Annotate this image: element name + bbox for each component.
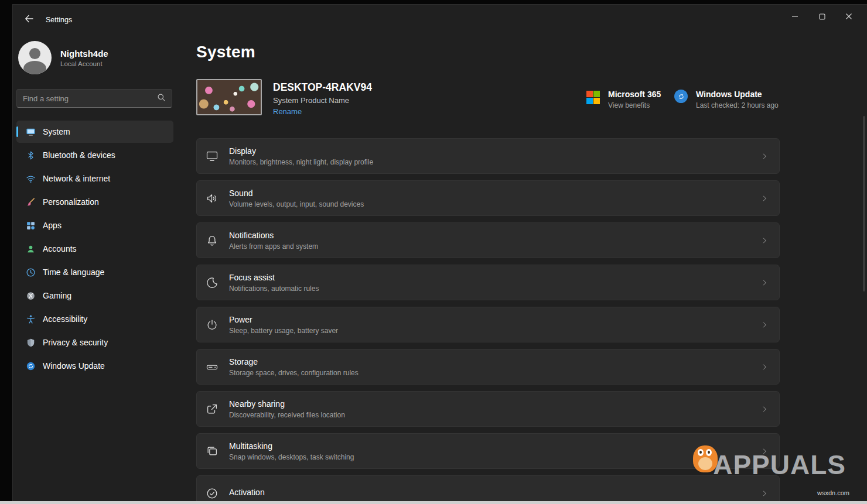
titlebar: Settings — [13, 5, 867, 35]
multitasking-windows-icon — [205, 444, 219, 458]
account-type: Local Account — [60, 60, 108, 67]
site-watermark: wsxdn.com — [817, 489, 849, 496]
search-icon — [157, 93, 166, 104]
xbox-icon — [25, 290, 36, 301]
minimize-button[interactable] — [781, 7, 808, 27]
settings-row-notifications[interactable]: NotificationsAlerts from apps and system — [196, 222, 780, 258]
bottom-edge-strip — [0, 501, 867, 504]
close-icon — [845, 12, 852, 22]
bluetooth-icon — [25, 150, 36, 160]
rename-link[interactable]: Rename — [273, 107, 302, 116]
windows-update-card[interactable]: Windows Update Last checked: 2 hours ago — [674, 90, 779, 109]
close-button[interactable] — [835, 7, 862, 27]
sidebar: Nightsh4de Local Account System — [13, 35, 177, 501]
search-input[interactable] — [23, 94, 157, 103]
settings-row-storage[interactable]: StorageStorage space, drives, configurat… — [196, 349, 780, 385]
sidebar-item-label: Gaming — [43, 291, 71, 300]
settings-row-nearby-sharing[interactable]: Nearby sharingDiscoverability, received … — [196, 391, 780, 427]
avatar — [18, 41, 52, 74]
window-title: Settings — [46, 16, 72, 24]
sidebar-item-privacy-security[interactable]: Privacy & security — [16, 331, 173, 354]
settings-row-display[interactable]: DisplayMonitors, brightness, night light… — [196, 138, 780, 174]
sidebar-item-system[interactable]: System — [16, 121, 173, 143]
sidebar-item-label: Personalization — [43, 197, 99, 207]
storage-drive-icon — [205, 360, 219, 374]
sidebar-item-label: Network & internet — [43, 174, 110, 183]
sound-icon — [205, 191, 219, 205]
sidebar-item-apps[interactable]: Apps — [16, 214, 173, 236]
row-title: Multitasking — [229, 441, 354, 451]
sidebar-item-label: Privacy & security — [43, 338, 108, 347]
row-subtitle: Notifications, automatic rules — [229, 284, 319, 293]
bell-icon — [205, 234, 219, 248]
sidebar-item-label: System — [43, 127, 70, 136]
chevron-right-icon — [760, 489, 769, 498]
settings-row-sound[interactable]: SoundVolume levels, output, input, sound… — [196, 180, 780, 216]
sidebar-item-gaming[interactable]: Gaming — [16, 284, 173, 307]
sidebar-item-time-language[interactable]: Time & language — [16, 261, 173, 283]
chevron-right-icon — [760, 152, 769, 160]
sidebar-item-label: Windows Update — [43, 361, 105, 371]
sidebar-item-label: Accounts — [43, 244, 77, 253]
row-title: Activation — [229, 488, 265, 497]
settings-row-power[interactable]: PowerSleep, battery usage, battery saver — [196, 307, 780, 342]
windows-update-title: Windows Update — [696, 90, 779, 99]
sidebar-nav: System Bluetooth & devices Network & int… — [16, 121, 177, 377]
windows-update-status-icon — [674, 90, 688, 103]
chevron-right-icon — [760, 279, 769, 287]
clock-icon — [25, 267, 36, 277]
row-title: Power — [229, 315, 338, 324]
microsoft-365-title: Microsoft 365 — [608, 90, 661, 99]
page-title: System — [196, 43, 867, 61]
row-subtitle: Alerts from apps and system — [229, 242, 318, 251]
row-subtitle: Discoverability, received files location — [229, 411, 345, 419]
search-box[interactable] — [16, 89, 172, 108]
activation-check-icon — [205, 486, 219, 500]
selected-accent-bar — [16, 126, 18, 137]
chevron-right-icon — [760, 236, 769, 245]
windows-update-icon — [25, 361, 36, 371]
account-section[interactable]: Nightsh4de Local Account — [18, 41, 177, 74]
device-header: DESKTOP-4RAKV94 System Product Name Rena… — [196, 79, 841, 116]
windows-update-last-checked: Last checked: 2 hours ago — [696, 101, 779, 109]
row-subtitle: Volume levels, output, input, sound devi… — [229, 200, 364, 208]
moon-icon — [205, 276, 219, 290]
row-title: Focus assist — [229, 273, 319, 282]
wifi-icon — [25, 173, 36, 184]
chevron-right-icon — [760, 194, 769, 203]
row-title: Storage — [229, 357, 359, 366]
sidebar-item-bluetooth-devices[interactable]: Bluetooth & devices — [16, 144, 173, 166]
sidebar-item-windows-update[interactable]: Windows Update — [16, 355, 173, 377]
sidebar-item-label: Accessibility — [43, 314, 87, 324]
back-button[interactable] — [16, 10, 41, 30]
row-subtitle: Snap windows, desktops, task switching — [229, 453, 354, 461]
shield-icon — [25, 337, 36, 348]
settings-row-focus-assist[interactable]: Focus assistNotifications, automatic rul… — [196, 265, 780, 300]
sidebar-item-network-internet[interactable]: Network & internet — [16, 167, 173, 190]
chevron-right-icon — [760, 363, 769, 371]
paintbrush-icon — [25, 197, 36, 207]
sidebar-item-accounts[interactable]: Accounts — [16, 238, 173, 260]
power-icon — [205, 318, 219, 332]
device-product-name: System Product Name — [273, 96, 372, 105]
scrollbar[interactable] — [863, 116, 865, 292]
person-icon — [25, 244, 36, 254]
screen: Settings Nightsh4de — [0, 0, 867, 504]
sidebar-item-personalization[interactable]: Personalization — [16, 191, 173, 213]
chevron-right-icon — [760, 321, 769, 329]
row-subtitle: Sleep, battery usage, battery saver — [229, 327, 338, 335]
minimize-icon — [791, 12, 798, 22]
maximize-button[interactable] — [808, 7, 835, 27]
sidebar-item-accessibility[interactable]: Accessibility — [16, 308, 173, 330]
watermark-text: APPUALS — [713, 449, 846, 481]
device-wallpaper-thumbnail — [196, 79, 262, 115]
view-benefits-link[interactable]: View benefits — [608, 101, 661, 109]
row-title: Display — [229, 146, 373, 156]
apps-grid-icon — [25, 220, 36, 231]
chevron-right-icon — [760, 405, 769, 413]
microsoft-365-card[interactable]: Microsoft 365 View benefits — [586, 90, 661, 109]
settings-window: Settings Nightsh4de — [12, 4, 867, 501]
sidebar-item-label: Time & language — [43, 268, 104, 277]
row-subtitle: Monitors, brightness, night light, displ… — [229, 158, 373, 166]
device-name: DESKTOP-4RAKV94 — [273, 81, 372, 94]
